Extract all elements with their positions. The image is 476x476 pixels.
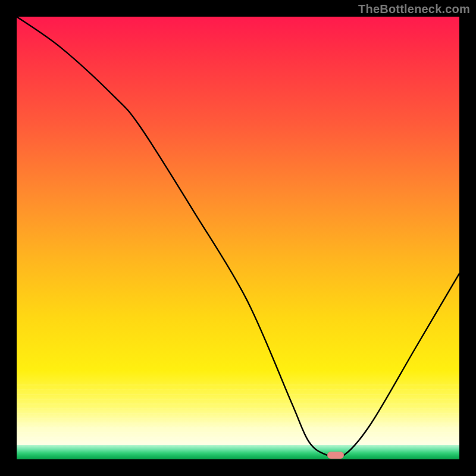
plot-area: [17, 17, 459, 459]
gradient-bands: [17, 381, 459, 452]
green-strip: [17, 445, 459, 459]
watermark-text: TheBottleneck.com: [358, 2, 470, 16]
optimum-marker: [327, 452, 344, 459]
chart-stage: TheBottleneck.com: [0, 0, 476, 476]
